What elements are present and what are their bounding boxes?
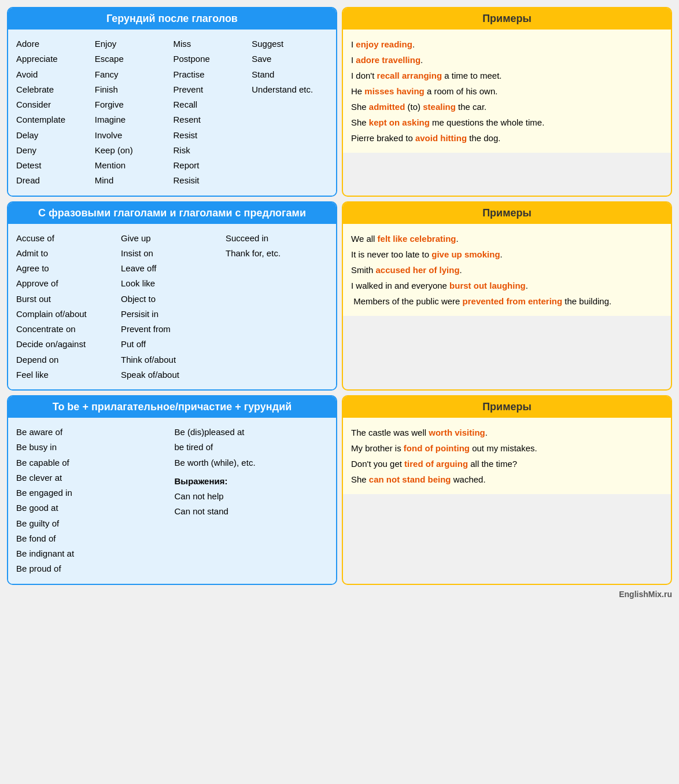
list-item: Выражения: xyxy=(175,474,329,489)
example-line: Pierre braked to avoid hitting the dog. xyxy=(351,130,663,146)
section1-col4: Suggest Save Stand Understand etc. xyxy=(252,36,328,189)
list-item: Deny xyxy=(16,143,93,158)
list-item: Resisit xyxy=(174,173,250,188)
list-item: Enjoy xyxy=(95,36,171,51)
list-item: Be indignant at xyxy=(16,546,170,561)
section2-card: С фразовыми глаголами и глаголами с пред… xyxy=(7,201,337,391)
list-item: Leave off xyxy=(121,261,223,276)
list-item: Report xyxy=(174,158,250,173)
section1-card: Герундий после глаголов Adore Appreciate… xyxy=(7,7,337,197)
highlight: admitted xyxy=(369,102,405,112)
list-item: Feel like xyxy=(16,367,119,382)
highlight: prevented from entering xyxy=(463,296,563,306)
list-item: Keep (on) xyxy=(95,143,171,158)
section3-body: Be aware of Be busy in Be capable of Be … xyxy=(8,418,336,584)
highlight: tired of arguing xyxy=(404,459,468,469)
section1-examples-header: Примеры xyxy=(343,8,671,30)
section1-col3: Miss Postpone Practise Prevent Recall Re… xyxy=(174,36,250,189)
list-item: Imagine xyxy=(95,112,171,127)
list-item: Consider xyxy=(16,97,93,112)
list-item: Decide on/against xyxy=(16,337,119,352)
list-item: Resist xyxy=(174,128,250,143)
section3-examples-header: Примеры xyxy=(343,396,671,418)
section2-col2: Give up Insist on Leave off Look like Ob… xyxy=(121,231,223,383)
section1-col2: Enjoy Escape Fancy Finish Forgive Imagin… xyxy=(95,36,171,189)
highlight: stealing xyxy=(423,102,456,112)
section1-examples-card: Примеры I enjoy reading. I adore travell… xyxy=(342,7,672,197)
list-item: Postpone xyxy=(174,51,250,67)
list-item: Depend on xyxy=(16,352,119,367)
example-line: I don't recall arranging a time to meet. xyxy=(351,68,663,83)
list-item: Put off xyxy=(121,337,223,352)
example-line: He misses having a room of his own. xyxy=(351,83,663,99)
list-item: Adore xyxy=(16,36,93,51)
list-item: Escape xyxy=(95,51,171,67)
list-item: Burst out xyxy=(16,292,119,307)
highlight: accused her of lying xyxy=(376,265,460,275)
section2-body: Accuse of Admit to Agree to Approve of B… xyxy=(8,224,336,390)
list-item: Prevent xyxy=(174,82,250,97)
list-item: Risk xyxy=(174,143,250,158)
list-item: Celebrate xyxy=(16,82,93,97)
list-item: Fancy xyxy=(95,67,171,82)
list-item: Be (dis)pleased at xyxy=(175,425,329,440)
list-item: Suggest xyxy=(252,36,328,51)
highlight: fond of pointing xyxy=(404,443,470,453)
example-line: It is never too late to give up smoking. xyxy=(351,246,663,262)
highlight: give up smoking xyxy=(431,249,500,259)
list-item: Approve of xyxy=(16,276,119,291)
highlight: misses having xyxy=(364,86,424,96)
list-item: Be worth (while), etc. xyxy=(175,455,329,470)
section2-header: С фразовыми глаголами и глаголами с пред… xyxy=(8,203,336,224)
example-line: I walked in and everyone burst out laugh… xyxy=(351,278,663,293)
section3-header: To be + прилагательное/причастие + гурун… xyxy=(8,396,336,418)
section3-examples-body: The castle was well worth visiting. My b… xyxy=(343,418,671,494)
list-item: Be clever at xyxy=(16,470,170,485)
highlight: burst out laughing xyxy=(449,281,526,290)
list-item: Be proud of xyxy=(16,561,170,576)
highlight: recall arranging xyxy=(377,71,442,80)
list-item: Be guilty of xyxy=(16,516,170,531)
footer: EnglishMix.ru xyxy=(7,590,672,599)
section1-col1: Adore Appreciate Avoid Celebrate Conside… xyxy=(16,36,93,189)
list-item: Miss xyxy=(174,36,250,51)
list-item: Can not help xyxy=(175,489,329,504)
list-item: Save xyxy=(252,51,328,67)
section2-examples-header: Примеры xyxy=(343,203,671,224)
list-item: Persisit in xyxy=(121,307,223,322)
list-item: Forgive xyxy=(95,97,171,112)
brand-name: EnglishMix.ru xyxy=(619,590,672,599)
highlight: kept on asking xyxy=(369,117,430,127)
list-item: Understand etc. xyxy=(252,82,328,97)
example-line: She kept on asking me questions the whol… xyxy=(351,115,663,130)
list-item: Involve xyxy=(95,128,171,143)
list-item: Avoid xyxy=(16,67,93,82)
section2-col3: Succeed in Thank for, etc. xyxy=(226,231,328,383)
list-item: Succeed in xyxy=(226,231,328,246)
list-item: Agree to xyxy=(16,261,119,276)
list-item: Complain of/about xyxy=(16,307,119,322)
list-item: Accuse of xyxy=(16,231,119,246)
highlight: adore travelling xyxy=(356,55,420,65)
list-item: Give up xyxy=(121,231,223,246)
list-item: Resent xyxy=(174,112,250,127)
list-item: Be fond of xyxy=(16,531,170,546)
highlight: can not stand being xyxy=(369,474,451,484)
list-item: Dread xyxy=(16,173,93,188)
list-item: Concentrate on xyxy=(16,322,119,337)
list-item: be tired of xyxy=(175,440,329,455)
section3-col2: Be (dis)pleased at be tired of Be worth … xyxy=(175,425,329,577)
list-item: Speak of/about xyxy=(121,367,223,382)
list-item: Be aware of xyxy=(16,425,170,440)
example-line: I enjoy reading. xyxy=(351,36,663,52)
list-item: Can not stand xyxy=(175,504,329,519)
example-line: Members of the public were prevented fro… xyxy=(351,293,663,309)
list-item: Prevent from xyxy=(121,322,223,337)
section1-header: Герундий после глаголов xyxy=(8,8,336,30)
list-item: Be good at xyxy=(16,500,170,516)
list-item: Contemplate xyxy=(16,112,93,127)
section3-columns: Be aware of Be busy in Be capable of Be … xyxy=(16,425,328,577)
highlight: enjoy reading xyxy=(356,39,412,49)
list-item: Be capable of xyxy=(16,455,170,470)
example-line: Don't you get tired of arguing all the t… xyxy=(351,456,663,472)
